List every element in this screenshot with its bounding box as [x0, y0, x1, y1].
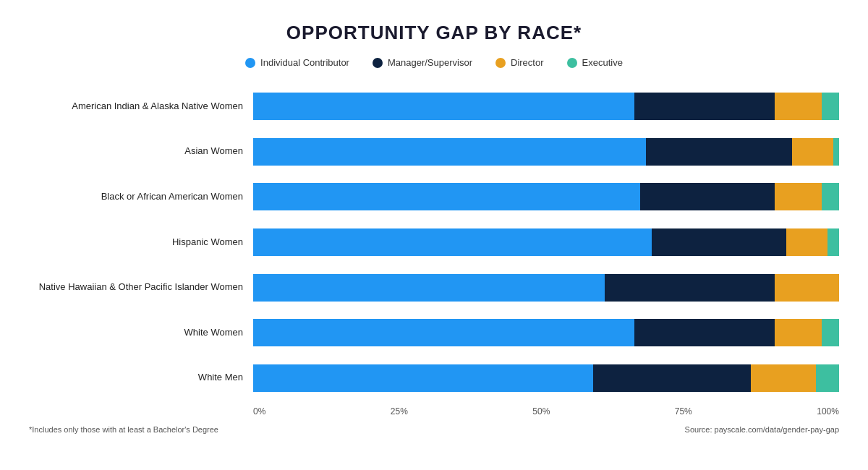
chart-area: American Indian & Alaska Native WomenAsi… — [29, 84, 839, 416]
bar-segment — [822, 183, 839, 210]
row-label: American Indian & Alaska Native Women — [29, 101, 253, 113]
chart-row: White Women — [29, 319, 839, 346]
row-label: White Men — [29, 372, 253, 384]
x-axis-label: 100% — [817, 406, 839, 416]
legend-item-individual-contributor: Individual Contributor — [245, 57, 349, 68]
bar-track — [253, 138, 839, 166]
bar-segment — [822, 319, 839, 346]
row-label: Hispanic Women — [29, 236, 253, 249]
bar-track — [253, 183, 839, 210]
bar-segment — [253, 274, 605, 302]
source: Source: payscale.com/data/gender-pay-gap — [685, 425, 839, 434]
individual-contributor-dot — [245, 58, 255, 68]
individual-contributor-label: Individual Contributor — [260, 57, 349, 68]
bar-segment — [605, 274, 775, 302]
main-container: OPPORTUNITY GAP BY RACE* Individual Cont… — [0, 0, 868, 470]
bar-track — [253, 319, 839, 346]
director-label: Director — [511, 57, 544, 68]
bar-segment — [640, 183, 775, 210]
row-label: Asian Women — [29, 145, 253, 158]
footnote-row: *Includes only those with at least a Bac… — [29, 425, 839, 434]
x-axis-label: 0% — [253, 406, 265, 416]
legend-item-manager-supervisor: Manager/Supervisor — [373, 57, 472, 68]
footnote: *Includes only those with at least a Bac… — [29, 425, 218, 434]
bar-segment — [593, 364, 752, 392]
bar-segment — [775, 93, 822, 120]
executive-label: Executive — [582, 57, 623, 68]
executive-dot — [567, 58, 577, 68]
legend-item-director: Director — [495, 57, 544, 68]
director-dot — [495, 58, 506, 68]
x-axis: 0%25%50%75%100% — [253, 406, 839, 416]
bar-segment — [775, 183, 822, 210]
bar-segment — [253, 364, 593, 392]
x-axis-label: 25% — [391, 406, 408, 416]
chart-row: Asian Women — [29, 138, 839, 166]
bar-segment — [253, 138, 646, 166]
bar-segment — [822, 93, 839, 120]
chart-row: White Men — [29, 364, 839, 392]
bar-segment — [652, 228, 786, 256]
bar-segment — [792, 138, 833, 166]
bar-segment — [751, 364, 815, 392]
x-axis-container: 0%25%50%75%100% — [253, 406, 839, 416]
bar-segment — [816, 364, 839, 392]
row-label: Native Hawaiian & Other Pacific Islander… — [29, 281, 253, 294]
manager-supervisor-label: Manager/Supervisor — [388, 57, 472, 68]
bar-segment — [253, 183, 640, 210]
bar-segment — [775, 319, 822, 346]
manager-supervisor-dot — [373, 58, 383, 68]
bar-segment — [253, 228, 652, 256]
chart-row: American Indian & Alaska Native Women — [29, 93, 839, 120]
legend: Individual ContributorManager/Supervisor… — [29, 57, 839, 68]
chart-row: Black or African American Women — [29, 183, 839, 210]
bar-track — [253, 364, 839, 392]
bar-segment — [253, 319, 634, 346]
bar-segment — [833, 138, 839, 166]
rows-container: American Indian & Alaska Native WomenAsi… — [29, 84, 839, 401]
bar-segment — [646, 138, 793, 166]
chart-title: OPPORTUNITY GAP BY RACE* — [29, 22, 839, 44]
bar-track — [253, 228, 839, 256]
chart-row: Hispanic Women — [29, 228, 839, 256]
chart-row: Native Hawaiian & Other Pacific Islander… — [29, 274, 839, 302]
row-label: White Women — [29, 327, 253, 339]
bar-segment — [634, 319, 775, 346]
bar-segment — [827, 228, 839, 256]
bar-track — [253, 274, 839, 302]
bar-track — [253, 93, 839, 120]
legend-item-executive: Executive — [567, 57, 623, 68]
bar-segment — [634, 93, 775, 120]
bar-segment — [775, 274, 839, 302]
x-axis-label: 50% — [532, 406, 550, 416]
x-axis-label: 75% — [675, 406, 692, 416]
row-label: Black or African American Women — [29, 191, 253, 203]
bar-segment — [253, 93, 634, 120]
bar-segment — [786, 228, 827, 256]
